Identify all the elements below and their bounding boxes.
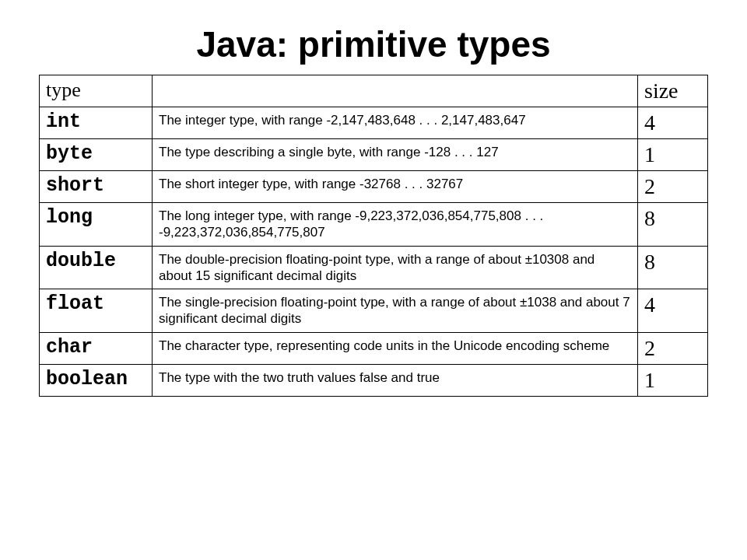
- table-row: long The long integer type, with range -…: [40, 203, 708, 247]
- page-title: Java: primitive types: [39, 23, 708, 65]
- type-name: byte: [40, 139, 153, 171]
- type-desc: The type with the two truth values false…: [153, 364, 638, 396]
- table-row: byte The type describing a single byte, …: [40, 139, 708, 171]
- type-size: 2: [638, 332, 708, 364]
- type-size: 1: [638, 139, 708, 171]
- type-name: long: [40, 203, 153, 247]
- type-desc: The character type, representing code un…: [153, 332, 638, 364]
- table-row: boolean The type with the two truth valu…: [40, 364, 708, 396]
- type-name: short: [40, 171, 153, 203]
- type-size: 4: [638, 107, 708, 139]
- table-row: double The double-precision floating-poi…: [40, 246, 708, 289]
- header-type: type: [40, 75, 153, 107]
- type-size: 8: [638, 246, 708, 289]
- type-size: 2: [638, 171, 708, 203]
- type-size: 8: [638, 203, 708, 247]
- header-size: size: [638, 75, 708, 107]
- type-name: double: [40, 246, 153, 289]
- table-row: float The single-precision floating-poin…: [40, 289, 708, 333]
- types-table: type size int The integer type, with ran…: [39, 75, 708, 397]
- type-desc: The short integer type, with range -3276…: [153, 171, 638, 203]
- table-row: int The integer type, with range -2,147,…: [40, 107, 708, 139]
- header-desc: [153, 75, 638, 107]
- type-desc: The type describing a single byte, with …: [153, 139, 638, 171]
- type-name: char: [40, 332, 153, 364]
- table-row: char The character type, representing co…: [40, 332, 708, 364]
- type-size: 1: [638, 364, 708, 396]
- type-size: 4: [638, 289, 708, 333]
- type-desc: The double-precision floating-point type…: [153, 246, 638, 289]
- type-desc: The long integer type, with range -9,223…: [153, 203, 638, 247]
- table-header-row: type size: [40, 75, 708, 107]
- type-name: float: [40, 289, 153, 333]
- table-row: short The short integer type, with range…: [40, 171, 708, 203]
- type-name: boolean: [40, 364, 153, 396]
- type-desc: The single-precision floating-point type…: [153, 289, 638, 333]
- type-desc: The integer type, with range -2,147,483,…: [153, 107, 638, 139]
- type-name: int: [40, 107, 153, 139]
